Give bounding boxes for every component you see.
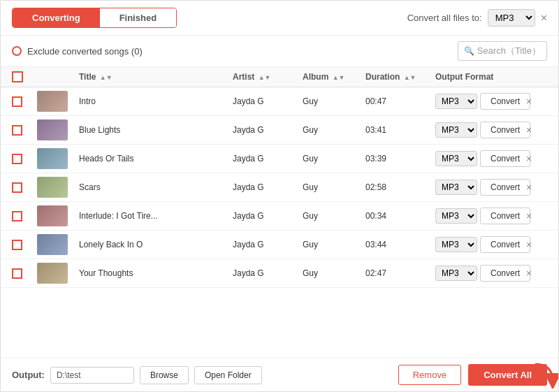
row-artist-6: Jayda G (233, 268, 303, 278)
table-row: Intro Jayda G Guy 00:47 MP3 MP4 AAC WAV … (1, 87, 558, 116)
row-album-3: Guy (303, 182, 365, 192)
row-album-1: Guy (303, 125, 365, 135)
tab-finished[interactable]: Finished (100, 8, 176, 27)
filter-bar: Exclude converted songs (0) 🔍 Search（Tit… (1, 36, 558, 67)
row-convert-button-6[interactable]: Convert (480, 265, 530, 282)
row-artist-3: Jayda G (233, 182, 303, 192)
row-checkbox-cell (12, 96, 37, 107)
row-thumb-6 (37, 263, 79, 284)
bottom-bar: Output: Browse Open Folder Remove Conver… (1, 358, 558, 391)
browse-button[interactable]: Browse (140, 366, 189, 384)
table-header: Title ▲▼ Artist ▲▼ Album ▲▼ Duration ▲▼ … (1, 67, 558, 87)
row-checkbox-6[interactable] (12, 268, 22, 279)
row-checkbox-cell (12, 240, 37, 250)
row-remove-cell-6: × (526, 267, 547, 280)
row-format-select-5[interactable]: MP3 MP4 AAC WAV FLAC (435, 237, 477, 252)
row-remove-x-3[interactable]: × (526, 182, 532, 193)
row-thumb-4 (37, 205, 79, 226)
open-folder-button[interactable]: Open Folder (194, 366, 262, 384)
row-duration-3: 02:58 (365, 182, 435, 192)
row-format-cell-6: MP3 MP4 AAC WAV FLAC Convert (435, 265, 526, 282)
row-remove-cell-4: × (526, 210, 547, 222)
row-convert-button-0[interactable]: Convert (480, 93, 530, 110)
row-remove-cell-2: × (526, 152, 547, 165)
table-wrapper: Intro Jayda G Guy 00:47 MP3 MP4 AAC WAV … (1, 87, 558, 358)
row-remove-cell-5: × (526, 238, 547, 251)
row-album-4: Guy (303, 211, 365, 221)
table-scroll: Intro Jayda G Guy 00:47 MP3 MP4 AAC WAV … (1, 87, 558, 358)
search-box[interactable]: 🔍 Search（Title） (458, 41, 547, 61)
exclude-row: Exclude converted songs (0) (12, 46, 143, 57)
row-remove-x-5[interactable]: × (526, 239, 532, 250)
row-checkbox-2[interactable] (12, 154, 22, 164)
row-remove-cell-0: × (526, 95, 547, 108)
row-checkbox-0[interactable] (12, 96, 22, 107)
tab-converting[interactable]: Converting (13, 8, 100, 27)
close-button[interactable]: × (541, 12, 547, 24)
table-row: Your Thoughts Jayda G Guy 02:47 MP3 MP4 … (1, 259, 558, 288)
top-bar: Converting Finished Convert all files to… (1, 1, 558, 36)
row-thumb-2 (37, 148, 79, 169)
row-checkbox-cell (12, 154, 37, 164)
row-artist-2: Jayda G (233, 154, 303, 164)
row-convert-button-3[interactable]: Convert (480, 179, 530, 196)
row-title-4: Interlude: I Got Tire... (79, 211, 233, 221)
row-format-cell-4: MP3 MP4 AAC WAV FLAC Convert (435, 208, 526, 224)
search-placeholder: Search（Title） (477, 45, 541, 57)
row-title-3: Scars (79, 182, 233, 192)
row-format-cell-2: MP3 MP4 AAC WAV FLAC Convert (435, 150, 526, 167)
row-artist-4: Jayda G (233, 211, 303, 221)
row-remove-x-2[interactable]: × (526, 153, 532, 164)
row-duration-1: 03:41 (365, 125, 435, 135)
row-format-select-0[interactable]: MP3 MP4 AAC WAV FLAC (435, 94, 477, 109)
row-remove-cell-1: × (526, 124, 547, 136)
row-remove-x-4[interactable]: × (526, 210, 532, 222)
artist-sort-icon: ▲▼ (259, 74, 271, 81)
convert-all-button[interactable]: Convert All (468, 364, 547, 386)
duration-sort-icon: ▲▼ (404, 74, 416, 81)
row-format-cell-0: MP3 MP4 AAC WAV FLAC Convert (435, 93, 526, 110)
global-format-select[interactable]: MP3 MP4 AAC WAV FLAC (488, 9, 535, 27)
table-row: Blue Lights Jayda G Guy 03:41 MP3 MP4 AA… (1, 116, 558, 145)
row-title-2: Heads Or Tails (79, 154, 233, 164)
row-artist-1: Jayda G (233, 125, 303, 135)
exclude-label: Exclude converted songs (0) (27, 46, 143, 57)
select-all-checkbox[interactable] (12, 71, 23, 82)
table-row: Interlude: I Got Tire... Jayda G Guy 00:… (1, 202, 558, 231)
row-album-2: Guy (303, 154, 365, 164)
row-remove-x-0[interactable]: × (526, 96, 532, 107)
row-checkbox-4[interactable] (12, 211, 22, 222)
row-format-select-2[interactable]: MP3 MP4 AAC WAV FLAC (435, 151, 477, 166)
row-title-5: Lonely Back In O (79, 240, 233, 249)
row-convert-button-1[interactable]: Convert (480, 122, 530, 138)
table-row: Lonely Back In O Jayda G Guy 03:44 MP3 M… (1, 231, 558, 259)
output-path-input[interactable] (50, 367, 134, 384)
row-duration-0: 00:47 (365, 96, 435, 106)
row-convert-button-5[interactable]: Convert (480, 236, 530, 253)
row-format-cell-3: MP3 MP4 AAC WAV FLAC Convert (435, 179, 526, 196)
row-format-select-4[interactable]: MP3 MP4 AAC WAV FLAC (435, 208, 477, 224)
row-remove-x-1[interactable]: × (526, 124, 532, 136)
row-format-select-1[interactable]: MP3 MP4 AAC WAV FLAC (435, 122, 477, 138)
row-convert-button-4[interactable]: Convert (480, 208, 530, 224)
row-convert-button-2[interactable]: Convert (480, 150, 530, 167)
row-checkbox-1[interactable] (12, 125, 22, 136)
search-icon: 🔍 (464, 46, 474, 56)
header-checkbox-cell (12, 71, 37, 82)
output-section: Output: Browse Open Folder (12, 366, 262, 384)
row-format-cell-1: MP3 MP4 AAC WAV FLAC Convert (435, 122, 526, 138)
row-duration-5: 03:44 (365, 240, 435, 249)
row-album-6: Guy (303, 268, 365, 278)
row-remove-x-6[interactable]: × (526, 268, 532, 279)
exclude-circle-icon (12, 46, 22, 56)
row-album-0: Guy (303, 96, 365, 106)
row-checkbox-3[interactable] (12, 182, 22, 193)
row-checkbox-cell (12, 125, 37, 136)
row-remove-cell-3: × (526, 181, 547, 194)
remove-button[interactable]: Remove (398, 365, 461, 385)
row-format-select-3[interactable]: MP3 MP4 AAC WAV FLAC (435, 180, 477, 195)
row-checkbox-5[interactable] (12, 240, 22, 250)
row-checkbox-cell (12, 182, 37, 193)
row-format-select-6[interactable]: MP3 MP4 AAC WAV FLAC (435, 266, 477, 281)
output-label: Output: (12, 370, 45, 380)
